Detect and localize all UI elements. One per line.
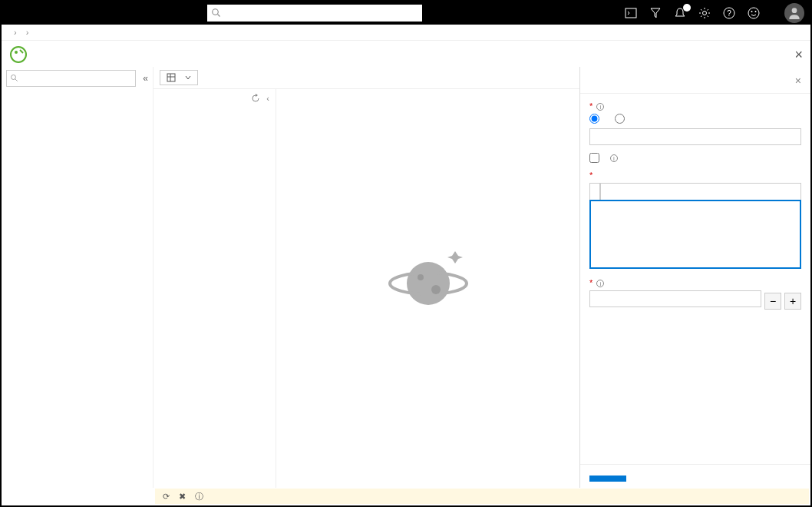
close-blade-button[interactable]: × [794,47,803,63]
throughput-increment[interactable]: + [784,293,801,310]
svg-point-17 [407,262,450,305]
info-icon[interactable]: i [596,280,604,287]
refresh-icon[interactable] [251,94,260,103]
svg-point-10 [11,47,26,62]
ok-button[interactable] [589,476,626,482]
svg-point-9 [792,8,797,13]
status-item: ⟳ [163,492,170,502]
use-existing-radio[interactable] [615,114,628,124]
svg-point-20 [431,285,441,294]
breadcrumb: › › [2,25,810,41]
throughput-label: * i [589,278,801,287]
svg-point-11 [15,51,18,54]
keyspace-input[interactable] [589,128,801,145]
info-icon[interactable]: i [610,154,618,162]
svg-rect-2 [626,8,636,18]
provision-throughput-checkbox[interactable] [589,153,599,163]
create-new-radio[interactable] [589,114,602,124]
svg-text:?: ? [727,9,731,18]
collapse-sidebar-button[interactable]: « [143,73,148,84]
sidebar-search-input[interactable] [6,70,136,87]
data-explorer-pane: ‹ [153,67,580,488]
info-icon[interactable]: i [596,103,604,111]
table-name-input[interactable] [600,183,801,200]
help-icon[interactable]: ? [723,7,735,19]
page-header: × [2,41,810,65]
filter-icon[interactable] [649,7,662,19]
cloud-shell-icon[interactable] [625,7,637,19]
close-panel-button[interactable]: × [795,75,801,87]
cosmosdb-icon [9,45,28,64]
svg-point-7 [751,11,753,12]
status-item: ⓘ [195,491,203,502]
search-icon [212,8,221,18]
search-icon [10,74,19,83]
throughput-decrement[interactable]: − [764,293,781,310]
cql-prefix [589,183,600,200]
chevron-down-icon [185,75,191,81]
svg-line-1 [218,15,220,17]
notification-badge [683,4,691,12]
svg-point-3 [703,12,707,15]
throughput-input[interactable] [589,290,761,307]
cql-label: * [589,171,801,180]
svg-point-12 [12,75,16,80]
svg-rect-14 [167,74,175,81]
planet-icon [382,245,474,314]
svg-point-0 [213,9,219,15]
add-table-panel: × * i i * * i − [580,67,810,488]
resource-tree: ‹ [153,89,276,488]
table-icon [167,73,176,82]
collapse-tree-icon[interactable]: ‹ [266,94,269,483]
new-table-button[interactable] [160,70,198,85]
user-avatar[interactable] [784,3,804,23]
status-item: ✖ [179,492,186,502]
keyspace-label: * i [589,101,801,111]
welcome-pane [276,89,579,488]
svg-point-19 [418,274,424,280]
azure-topbar: ? [2,2,810,25]
cql-body-textarea[interactable] [589,200,801,269]
svg-point-8 [755,11,757,12]
svg-point-6 [748,8,759,18]
feedback-icon[interactable] [748,7,760,19]
notifications-icon[interactable] [674,7,686,19]
global-search[interactable] [207,5,422,22]
svg-line-13 [15,79,18,81]
resource-sidebar: « [2,67,153,488]
gear-icon[interactable] [698,7,711,19]
status-bar: ⟳ ✖ ⓘ [155,489,809,504]
